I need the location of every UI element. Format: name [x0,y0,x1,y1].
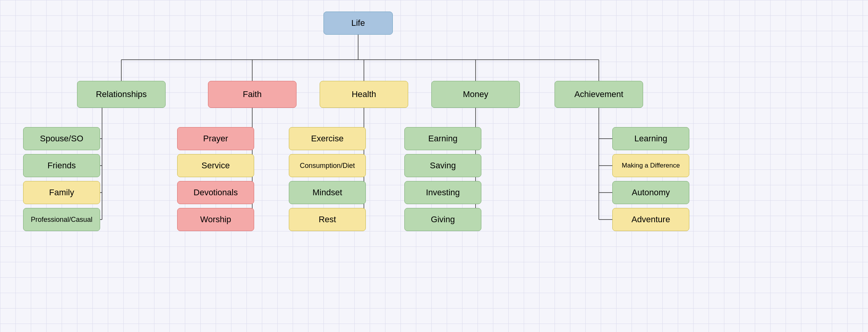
branch-label: Achievement [574,89,623,99]
leaf-label: Devotionals [194,188,238,198]
branch-faith: Faith [208,81,297,108]
branch-label: Relationships [96,89,147,99]
leaf-label: Mindset [312,188,342,198]
leaf-label: Exercise [311,134,344,144]
leaf-label: Rest [318,215,336,225]
leaf-family: Family [23,181,100,204]
leaf-rest: Rest [289,208,366,231]
leaf-label: Prayer [203,134,228,144]
leaf-label: Autonomy [632,188,670,198]
leaf-investing: Investing [404,181,481,204]
leaf-giving: Giving [404,208,481,231]
branch-money: Money [431,81,520,108]
leaf-label: Family [49,188,74,198]
leaf-consumption-diet: Consumption/Diet [289,154,366,177]
leaf-label: Consumption/Diet [300,162,355,170]
leaf-saving: Saving [404,154,481,177]
leaf-label: Friends [47,161,75,171]
leaf-label: Spouse/SO [40,134,84,144]
leaf-prayer: Prayer [177,127,254,150]
leaf-label: Professional/Casual [31,216,92,224]
leaf-label: Worship [200,215,231,225]
leaf-worship: Worship [177,208,254,231]
leaf-service: Service [177,154,254,177]
root-node: Life [323,12,393,35]
leaf-mindset: Mindset [289,181,366,204]
leaf-friends: Friends [23,154,100,177]
branch-health: Health [320,81,408,108]
leaf-earning: Earning [404,127,481,150]
leaf-label: Giving [431,215,455,225]
leaf-label: Adventure [632,215,670,225]
leaf-devotionals: Devotionals [177,181,254,204]
leaf-autonomy: Autonomy [612,181,689,204]
branch-relationships: Relationships [77,81,166,108]
leaf-exercise: Exercise [289,127,366,150]
leaf-label: Learning [634,134,667,144]
leaf-professional: Professional/Casual [23,208,100,231]
diagram: Life Relationships Spouse/SO Friends Fam… [0,0,868,332]
leaf-making-difference: Making a Difference [612,154,689,177]
leaf-learning: Learning [612,127,689,150]
leaf-adventure: Adventure [612,208,689,231]
leaf-label: Saving [430,161,456,171]
leaf-spouse: Spouse/SO [23,127,100,150]
branch-label: Health [352,89,376,99]
branch-label: Money [463,89,488,99]
leaf-label: Making a Difference [622,162,680,169]
branch-achievement: Achievement [555,81,643,108]
leaf-label: Investing [426,188,460,198]
leaf-label: Earning [428,134,457,144]
leaf-label: Service [201,161,230,171]
branch-label: Faith [243,89,262,99]
root-label: Life [351,18,365,28]
